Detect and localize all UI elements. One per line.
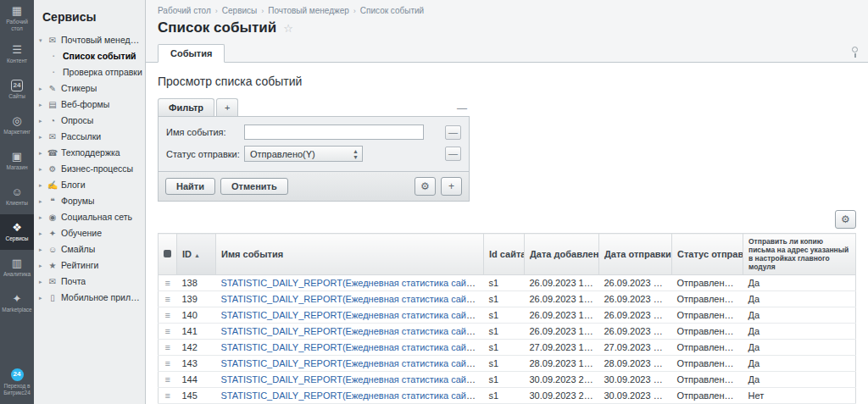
filter-body: Имя события: — Статус отправки: Отправле… [158, 116, 470, 172]
sidebar-item[interactable]: ▸◔Опросы [34, 113, 145, 129]
remove-field-button[interactable]: — [445, 147, 461, 161]
rail-item-bitrix24[interactable]: 24Переход в Битрикс24 [0, 364, 34, 404]
event-name-link[interactable]: STATISTIC_DAILY_REPORT(Ежедневная статис… [221, 310, 479, 320]
cell-name: STATISTIC_DAILY_REPORT(Ежедневная статис… [216, 356, 484, 372]
grid-settings-button[interactable]: ⚙ [835, 210, 856, 229]
cell-added: 30.09.2023 20:59:25 [525, 388, 599, 404]
chevron-right-icon: ▸ [39, 131, 47, 142]
row-menu-icon[interactable]: ≡ [165, 310, 170, 320]
breadcrumb: Рабочий стол›Сервисы›Почтовый менеджер›С… [146, 0, 868, 18]
pin-button[interactable] [849, 47, 860, 59]
column-header[interactable]: Дата отправки [599, 234, 672, 275]
cell-id: 142 [177, 340, 216, 356]
store-icon: ▣ [12, 150, 22, 163]
column-header[interactable]: Статус отправки [672, 234, 743, 275]
rail-item-clients[interactable]: ☺Клиенты [0, 179, 34, 214]
rail-item-label: Контент [7, 58, 27, 64]
row-menu-icon[interactable]: ≡ [165, 294, 170, 304]
breadcrumb-link[interactable]: Сервисы [222, 6, 257, 15]
row-menu-icon[interactable]: ≡ [165, 278, 170, 288]
column-header-label: ID [182, 249, 192, 259]
rail-item-desktop[interactable]: ▦Рабочий стол [0, 0, 34, 36]
filter-add-tab[interactable]: + [216, 98, 238, 116]
breadcrumb-link[interactable]: Список событий [360, 6, 424, 15]
row-menu-icon[interactable]: ≡ [165, 326, 170, 336]
filter-add-button[interactable]: + [441, 177, 462, 196]
chevron-right-icon: ▸ [39, 292, 47, 303]
find-button[interactable]: Найти [165, 178, 215, 195]
sidebar-item[interactable]: ▸✉Рассылки [34, 129, 145, 145]
sidebar-item-label: Социальная сеть [61, 212, 132, 223]
remove-field-button[interactable]: — [445, 125, 461, 140]
row-menu-icon[interactable]: ≡ [165, 342, 170, 352]
rail-item-label: Переход в Битрикс24 [1, 383, 33, 396]
clients-icon: ☺ [11, 185, 22, 198]
event-name-link[interactable]: STATISTIC_DAILY_REPORT(Ежедневная статис… [221, 390, 479, 401]
sidebar-item[interactable]: ▪Проверка отправки [34, 64, 145, 80]
sidebar-item[interactable]: ▸⚙Бизнес-процессы [34, 161, 145, 177]
rail-item-marketing[interactable]: ◎Маркетинг [0, 108, 34, 143]
sidebar-item[interactable]: ▸✉Почта [34, 274, 145, 290]
mobile-icon: ▯ [47, 292, 58, 303]
sidebar-item[interactable]: ▸✎Стикеры [34, 80, 145, 97]
cancel-button[interactable]: Отменить [220, 178, 288, 195]
sidebar-item[interactable]: ▸✦Обучение [34, 225, 145, 241]
cell-copy: Нет [743, 388, 856, 404]
sidebar-item[interactable]: ▸❝Форумы [34, 193, 145, 209]
select-all-header[interactable] [159, 234, 177, 275]
chevron-right-icon: ▸ [39, 260, 47, 271]
row-menu-icon[interactable]: ≡ [165, 390, 170, 401]
favorite-star-icon[interactable]: ☆ [283, 22, 293, 35]
sidebar-item-label: Стикеры [61, 83, 97, 94]
cell-id: 140 [177, 307, 216, 324]
column-header[interactable]: Отправить ли копию письма на адрес указа… [743, 234, 856, 275]
sidebar-item[interactable]: ▸▯Мобильное приложение [34, 290, 145, 306]
sidebar-item[interactable]: ▸☎Техподдержка [34, 145, 145, 161]
row-menu-icon[interactable]: ≡ [165, 374, 170, 385]
event-name-link[interactable]: STATISTIC_DAILY_REPORT(Ежедневная статис… [221, 326, 479, 336]
sidebar-item-label: Веб-формы [61, 99, 109, 110]
rail-item-marketplace[interactable]: ✦Marketplace [0, 285, 34, 321]
rail-item-services[interactable]: ❖Сервисы [0, 214, 34, 250]
event-name-link[interactable]: STATISTIC_DAILY_REPORT(Ежедневная статис… [221, 374, 479, 385]
breadcrumb-link[interactable]: Рабочий стол [158, 6, 211, 15]
bitrix24-icon: 24 [11, 368, 24, 381]
sidebar-item[interactable]: ▪Список событий [34, 48, 145, 64]
column-header[interactable]: Id сайта [484, 234, 525, 275]
chevron-right-icon: ▸ [39, 163, 47, 174]
sidebar-item[interactable]: ▸◉Социальная сеть [34, 209, 145, 225]
sidebar-item-label: Рассылки [61, 131, 101, 142]
rail-item-content[interactable]: ☰Контент [0, 36, 34, 72]
column-header[interactable]: Имя события [216, 234, 484, 275]
event-name-input[interactable] [244, 125, 424, 140]
table-row: ≡139STATISTIC_DAILY_REPORT(Ежедневная ст… [159, 291, 856, 307]
sidebar-item-label: Блоги [61, 180, 86, 191]
cell-status: Отправлено(Y) [672, 275, 743, 291]
sidebar-item[interactable]: ▸✍Блоги [34, 177, 145, 193]
column-header[interactable]: Дата добавления [525, 234, 599, 275]
sidebar-item[interactable]: ▸▤Веб-формы [34, 97, 145, 113]
filter-settings-button[interactable]: ⚙ [415, 177, 436, 196]
cell-name: STATISTIC_DAILY_REPORT(Ежедневная статис… [216, 307, 484, 324]
rail-item-sites[interactable]: 24Сайты [0, 72, 34, 108]
sidebar-item[interactable]: ▸☺Смайлы [34, 241, 145, 257]
breadcrumb-link[interactable]: Почтовый менеджер [268, 6, 349, 15]
send-status-select[interactable]: Отправлено(Y) ▲▼ [244, 146, 363, 162]
event-name-link[interactable]: STATISTIC_DAILY_REPORT(Ежедневная статис… [221, 342, 479, 352]
tab-events[interactable]: События [158, 44, 225, 63]
rail-item-store[interactable]: ▣Магазин [0, 143, 34, 179]
event-name-link[interactable]: STATISTIC_DAILY_REPORT(Ежедневная статис… [221, 358, 479, 368]
row-menu-icon[interactable]: ≡ [165, 358, 170, 368]
event-name-link[interactable]: STATISTIC_DAILY_REPORT(Ежедневная статис… [221, 278, 479, 288]
event-name-label: Имя события: [166, 127, 244, 137]
sidebar-item[interactable]: ▾✉Почтовый менеджер [34, 32, 145, 48]
rail-item-analytics[interactable]: ▥Аналитика [0, 250, 34, 285]
sidebar-item[interactable]: ▸★Рейтинги [34, 257, 145, 274]
filter-field-row: Статус отправки: Отправлено(Y) ▲▼ — [166, 146, 461, 162]
cell-sent: 26.09.2023 10:01:20 [599, 324, 672, 340]
event-name-link[interactable]: STATISTIC_DAILY_REPORT(Ежедневная статис… [221, 294, 479, 304]
cell-status: Отправлено(Y) [672, 307, 743, 324]
filter-tab[interactable]: Фильтр [158, 98, 214, 116]
column-header[interactable]: ID▲ [177, 234, 216, 275]
filter-collapse-button[interactable]: — [454, 102, 470, 116]
